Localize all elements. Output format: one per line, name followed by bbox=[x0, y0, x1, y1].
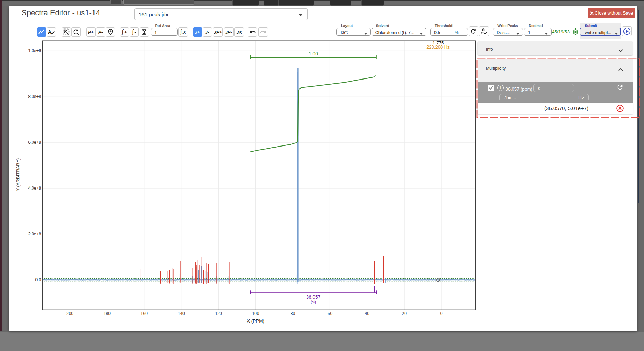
svg-text:200: 200 bbox=[66, 311, 73, 316]
svg-text:(s): (s) bbox=[311, 299, 316, 304]
svg-text:120: 120 bbox=[215, 311, 222, 316]
svg-text:1.0e+9: 1.0e+9 bbox=[28, 48, 41, 53]
svg-text:36.057: 36.057 bbox=[306, 294, 320, 300]
svg-text:40: 40 bbox=[365, 311, 370, 316]
svg-text:80: 80 bbox=[291, 311, 295, 316]
svg-text:4.0e+8: 4.0e+8 bbox=[28, 186, 41, 191]
svg-text:6.0e+8: 6.0e+8 bbox=[28, 140, 41, 145]
svg-text:X (PPM): X (PPM) bbox=[247, 318, 264, 324]
svg-text:A: A bbox=[48, 29, 51, 35]
svg-text:180: 180 bbox=[104, 311, 111, 316]
svg-text:0: 0 bbox=[440, 311, 443, 316]
svg-text:20: 20 bbox=[402, 311, 407, 316]
svg-text:0.0: 0.0 bbox=[35, 277, 41, 282]
svg-text:160: 160 bbox=[141, 311, 148, 316]
svg-text:140: 140 bbox=[178, 311, 185, 316]
svg-text:2.0e+8: 2.0e+8 bbox=[28, 232, 41, 236]
svg-text:223.260 Hz: 223.260 Hz bbox=[426, 44, 450, 50]
svg-text:60: 60 bbox=[328, 311, 333, 316]
svg-text:8.0e+8: 8.0e+8 bbox=[28, 94, 41, 99]
svg-text:100: 100 bbox=[252, 311, 259, 316]
svg-text:Y (ARBITRARY): Y (ARBITRARY) bbox=[15, 158, 21, 191]
svg-text:1.00: 1.00 bbox=[309, 51, 318, 56]
